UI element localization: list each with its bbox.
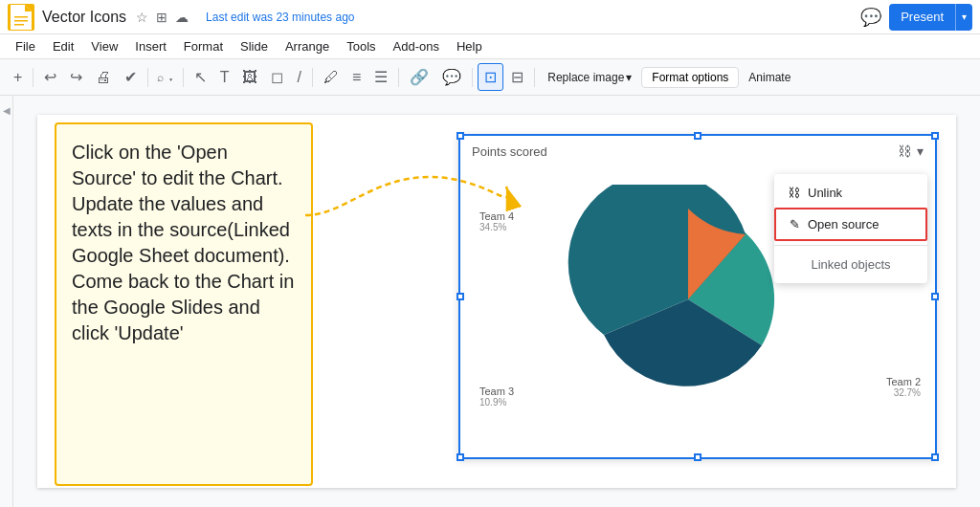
- main-area: ◀ Click on the 'Open Source' to edit the…: [0, 96, 980, 507]
- toolbar-plus[interactable]: +: [8, 65, 28, 90]
- toolbar-undo[interactable]: ↩: [38, 64, 62, 90]
- toolbar-image[interactable]: 🖼: [236, 65, 263, 90]
- toolbar-zoom[interactable]: ⌕ ▾: [153, 69, 177, 86]
- slide-panel-toggle[interactable]: ◀: [0, 96, 13, 507]
- chain-icon[interactable]: ⛓: [898, 143, 911, 159]
- toolbar-paint[interactable]: 🖊: [318, 65, 345, 90]
- chart-container: Points scored ⛓ ▾: [458, 134, 937, 459]
- toolbar-textbox[interactable]: T: [214, 65, 235, 90]
- ctx-unlink[interactable]: ⛓ Unlink: [774, 178, 927, 208]
- context-menu: ⛓ Unlink ✎ Open source Linked objects: [774, 174, 927, 283]
- svg-rect-3: [14, 20, 28, 22]
- cloud-icon[interactable]: ☁: [173, 8, 190, 27]
- toolbar-link[interactable]: 🔗: [404, 64, 434, 90]
- toolbar-crop[interactable]: ⊡: [478, 63, 503, 91]
- toolbar-comment[interactable]: 💬: [436, 64, 467, 90]
- grid-icon[interactable]: ⊞: [154, 8, 169, 27]
- team2-label: Team 2 32.7%: [886, 376, 921, 398]
- ctx-open-source[interactable]: ✎ Open source: [774, 208, 927, 241]
- chart-title: Points scored: [472, 144, 547, 159]
- animate-button[interactable]: Animate: [741, 68, 798, 87]
- toolbar-divider-4: [312, 68, 313, 87]
- present-button[interactable]: Present ▾: [889, 4, 972, 31]
- toolbar-divider-1: [33, 68, 33, 87]
- svg-rect-4: [14, 24, 24, 26]
- replace-image-button[interactable]: Replace image ▾: [540, 68, 639, 87]
- toolbar-divider-3: [183, 68, 184, 87]
- toolbar-divider-5: [398, 68, 399, 87]
- ctx-divider: [774, 245, 927, 246]
- title-icons: ☆ ⊞ ☁: [134, 8, 190, 27]
- toolbar: + ↩ ↪ 🖨 ✔ ⌕ ▾ ↖ T 🖼 ◻ / 🖊 ≡ ☰ 🔗 💬 ⊡ ⊟ Re…: [0, 59, 980, 96]
- toolbar-divider-6: [472, 68, 473, 87]
- sel-handle-bottom[interactable]: [694, 453, 702, 461]
- svg-rect-2: [14, 16, 28, 18]
- toolbar-lines[interactable]: /: [291, 65, 306, 90]
- menu-view[interactable]: View: [83, 37, 125, 55]
- toolbar-cursor[interactable]: ↖: [189, 64, 212, 90]
- team3-label: Team 3 10.9%: [479, 386, 514, 408]
- present-dropdown-arrow[interactable]: ▾: [956, 4, 972, 31]
- present-label: Present: [889, 4, 956, 31]
- menu-edit[interactable]: Edit: [45, 37, 81, 55]
- sel-handle-tr[interactable]: [931, 132, 939, 140]
- toolbar-divider-7: [534, 68, 535, 87]
- unlink-icon: ⛓: [788, 186, 800, 200]
- toolbar-spellcheck[interactable]: ✔: [119, 64, 143, 90]
- unlink-label: Unlink: [808, 186, 842, 200]
- menu-insert[interactable]: Insert: [127, 37, 174, 55]
- open-source-label: Open source: [808, 217, 879, 231]
- toolbar-align-left[interactable]: ≡: [346, 65, 367, 90]
- open-source-icon: ✎: [790, 217, 800, 231]
- sel-handle-br[interactable]: [931, 453, 939, 461]
- sel-handle-top[interactable]: [694, 132, 702, 140]
- svg-marker-1: [25, 5, 32, 11]
- toolbar-mask[interactable]: ⊟: [505, 64, 529, 90]
- toolbar-print[interactable]: 🖨: [90, 65, 117, 90]
- menu-format[interactable]: Format: [176, 37, 231, 55]
- star-icon[interactable]: ☆: [134, 8, 150, 27]
- slide-panel: Click on the 'Open Source' to edit the C…: [13, 96, 980, 507]
- annotation-text: Click on the 'Open Source' to edit the C…: [72, 142, 294, 343]
- menu-tools[interactable]: Tools: [339, 37, 383, 55]
- chart-header-icons: ⛓ ▾: [898, 143, 924, 159]
- top-right-actions: 💬 Present ▾: [860, 4, 972, 31]
- slide-canvas: Click on the 'Open Source' to edit the C…: [37, 115, 956, 488]
- menu-help[interactable]: Help: [449, 37, 490, 55]
- chat-icon[interactable]: 💬: [860, 7, 881, 28]
- app-icon: [8, 4, 34, 31]
- menu-addons[interactable]: Add-ons: [386, 37, 447, 55]
- format-options-button[interactable]: Format options: [641, 67, 739, 88]
- toolbar-shapes[interactable]: ◻: [265, 64, 289, 90]
- chart-chevron-icon[interactable]: ▾: [917, 143, 924, 159]
- sel-handle-bl[interactable]: [457, 453, 464, 461]
- menu-slide[interactable]: Slide: [233, 37, 276, 55]
- annotation-box: Click on the 'Open Source' to edit the C…: [55, 122, 313, 486]
- chart-header: Points scored ⛓ ▾: [460, 136, 935, 163]
- sel-handle-tl[interactable]: [457, 132, 464, 140]
- annotation-arrow: [296, 167, 525, 263]
- menu-arrange[interactable]: Arrange: [278, 37, 337, 55]
- toolbar-divider-2: [147, 68, 148, 87]
- ctx-linked-objects[interactable]: Linked objects: [774, 250, 927, 279]
- menu-file[interactable]: File: [8, 37, 43, 55]
- menu-bar: File Edit View Insert Format Slide Arran…: [0, 34, 980, 59]
- toolbar-redo[interactable]: ↪: [64, 64, 88, 90]
- top-bar: Vector Icons ☆ ⊞ ☁ Last edit was 23 minu…: [0, 0, 980, 34]
- toolbar-align-center[interactable]: ☰: [368, 64, 393, 90]
- doc-title: Vector Icons: [42, 9, 126, 26]
- edit-info[interactable]: Last edit was 23 minutes ago: [206, 11, 860, 24]
